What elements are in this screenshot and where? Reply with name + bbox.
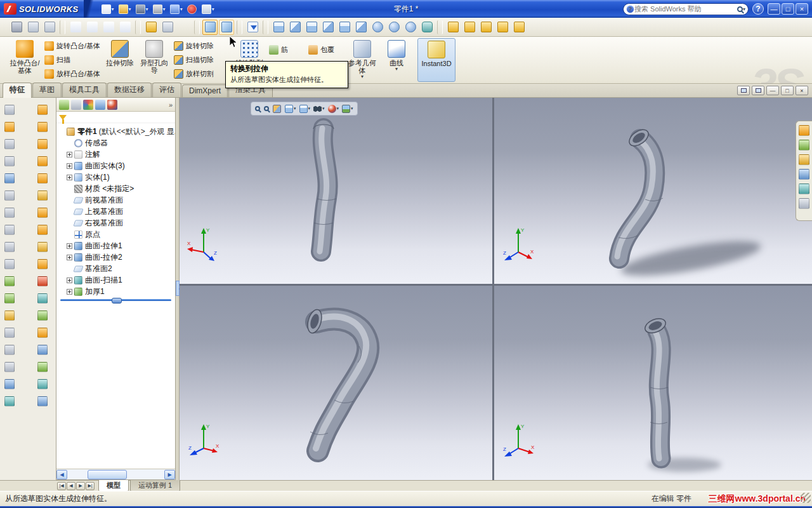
command-manager-tab[interactable]: DimXpert — [182, 84, 228, 97]
tab-scroll-button[interactable]: ◀ — [67, 482, 75, 490]
extruded-cut-button[interactable]: 拉伸切除 — [103, 38, 137, 82]
tree-root-item[interactable]: 零件1 (默认<<默认>_外观 显... — [59, 126, 175, 137]
dropdown-arrow-icon[interactable]: ▾ — [129, 6, 131, 12]
dropdown-arrow-icon[interactable]: ▾ — [146, 6, 148, 12]
toolbar-icon[interactable] — [135, 20, 141, 34]
scrollbar-thumb[interactable] — [88, 470, 127, 479]
pipe-model[interactable] — [180, 286, 492, 480]
dropdown-arrow-icon[interactable]: ▾ — [322, 106, 325, 111]
scrollbar-track[interactable] — [67, 470, 164, 479]
view-top-icon[interactable] — [337, 20, 352, 35]
macro-record-icon[interactable] — [186, 2, 199, 16]
document-restore-button[interactable]: □ — [781, 86, 794, 95]
dropdown-arrow-icon[interactable]: ▾ — [180, 6, 183, 12]
search-icon[interactable] — [737, 6, 743, 12]
perspective-view-icon[interactable] — [403, 20, 418, 35]
curves-button[interactable]: 曲线 ▾ — [379, 38, 414, 82]
propertymanager-tab-icon[interactable] — [71, 100, 81, 110]
dropdown-arrow-icon[interactable]: ▾ — [361, 74, 363, 79]
display-pane-icon[interactable] — [25, 20, 41, 35]
left-toolbar-icon[interactable] — [3, 189, 16, 203]
spline-tool-icon[interactable] — [462, 20, 477, 35]
undo-icon[interactable]: ▾ — [169, 2, 184, 16]
convert-to-extrude-icon[interactable] — [202, 20, 218, 35]
zoom-area-icon[interactable] — [264, 106, 270, 111]
ribbon-button[interactable]: 放样切割 — [174, 67, 230, 80]
appearance-icon[interactable]: ▾ — [328, 105, 339, 113]
command-manager-tab[interactable]: 评估 — [152, 83, 181, 97]
sketch-doc-icon[interactable] — [84, 20, 100, 35]
view-left-icon[interactable] — [304, 20, 319, 35]
left-toolbar-icon[interactable] — [36, 309, 49, 323]
dropdown-arrow-icon[interactable]: ▾ — [308, 106, 311, 111]
tree-item[interactable]: 前视基准面 — [67, 194, 175, 206]
dropdown-arrow-icon[interactable]: ▾ — [337, 106, 339, 111]
instant3d-toggle[interactable]: Instant3D — [417, 38, 455, 82]
viewport-top[interactable]: YXZ — [180, 286, 492, 480]
left-toolbar-icon[interactable] — [36, 257, 49, 271]
tree-item[interactable]: 曲面-拉伸2 — [67, 251, 175, 263]
left-toolbar-icon[interactable] — [36, 103, 49, 117]
erase-icon[interactable] — [176, 20, 192, 35]
left-toolbar-icon[interactable] — [36, 394, 49, 408]
section-view-icon[interactable] — [273, 105, 282, 113]
options-icon[interactable]: ▾ — [200, 2, 216, 16]
viewport-pane-button[interactable] — [737, 86, 750, 95]
left-toolbar-icon[interactable] — [36, 343, 49, 357]
panel-overflow-chevron-icon[interactable]: » — [169, 101, 173, 109]
ribbon-button[interactable]: 扫描 — [44, 53, 100, 66]
scroll-right-button[interactable]: ▶ — [164, 470, 175, 479]
point-tool-icon[interactable] — [478, 20, 494, 35]
ribbon-button[interactable]: 扫描切除 — [174, 53, 230, 66]
close-button[interactable]: × — [796, 3, 808, 15]
configurationmanager-tab-icon[interactable] — [83, 100, 93, 110]
tree-item[interactable]: 右视基准面 — [67, 217, 175, 229]
viewport-trimetric[interactable]: YXZ — [494, 286, 812, 480]
extruded-boss-button[interactable]: 拉伸凸台/基体 — [8, 38, 42, 82]
tab-scroll-button[interactable]: |◀ — [57, 482, 66, 490]
scene-icon[interactable]: ▾ — [342, 105, 353, 113]
view-back-icon[interactable] — [287, 20, 303, 35]
left-toolbar-icon[interactable] — [36, 326, 49, 340]
displaymanager-tab-icon[interactable] — [107, 100, 117, 110]
view-right-icon[interactable] — [320, 20, 336, 35]
tree-item[interactable]: 上视基准面 — [67, 206, 175, 217]
left-toolbar-icon[interactable] — [3, 257, 16, 271]
left-toolbar-icon[interactable] — [36, 360, 49, 374]
ribbon-button[interactable]: 旋转切除 — [174, 40, 230, 53]
tree-expander[interactable] — [67, 175, 72, 180]
tab-scroll-button[interactable]: ▶| — [86, 482, 95, 490]
left-toolbar-icon[interactable] — [3, 103, 16, 117]
filter-funnel-icon[interactable] — [59, 115, 67, 120]
left-toolbar-icon[interactable] — [3, 326, 16, 340]
search-dropdown-icon[interactable]: ▾ — [743, 6, 745, 12]
link-icon[interactable] — [419, 20, 435, 35]
command-manager-tab[interactable]: 数据迁移 — [107, 83, 152, 97]
document-close-button[interactable]: × — [796, 86, 808, 95]
left-toolbar-icon[interactable] — [36, 154, 49, 168]
tree-item[interactable]: 基准面2 — [67, 263, 175, 274]
dimension-icon[interactable] — [160, 20, 175, 35]
convert-to-cut-icon[interactable] — [219, 20, 234, 35]
left-toolbar-icon[interactable] — [36, 189, 49, 203]
ribbon-button[interactable]: 包覆 — [308, 43, 343, 56]
viewport-isometric[interactable]: YXZ — [494, 98, 812, 284]
sketch-doc-icon[interactable] — [101, 20, 116, 35]
left-toolbar-icon[interactable] — [36, 274, 49, 288]
dropdown-arrow-icon[interactable]: ▾ — [395, 67, 398, 72]
left-toolbar-icon[interactable] — [36, 291, 49, 305]
tree-expander[interactable] — [67, 255, 72, 260]
toolbar-icon[interactable] — [60, 20, 65, 34]
hide-show-icon[interactable]: ▾ — [313, 105, 325, 113]
left-toolbar-icon[interactable] — [3, 223, 16, 237]
left-toolbar-icon[interactable] — [36, 137, 49, 151]
model-motion-tab[interactable]: 运动算例 1 — [130, 480, 180, 492]
search-input[interactable] — [634, 5, 737, 13]
tree-expander[interactable] — [67, 152, 72, 157]
design-library-icon[interactable] — [799, 140, 809, 150]
pipe-model[interactable] — [180, 98, 492, 284]
toolbar-icon[interactable] — [237, 20, 242, 34]
rollback-bar[interactable] — [60, 299, 171, 301]
screen-capture-icon[interactable] — [9, 20, 24, 35]
left-toolbar-icon[interactable] — [36, 377, 49, 391]
